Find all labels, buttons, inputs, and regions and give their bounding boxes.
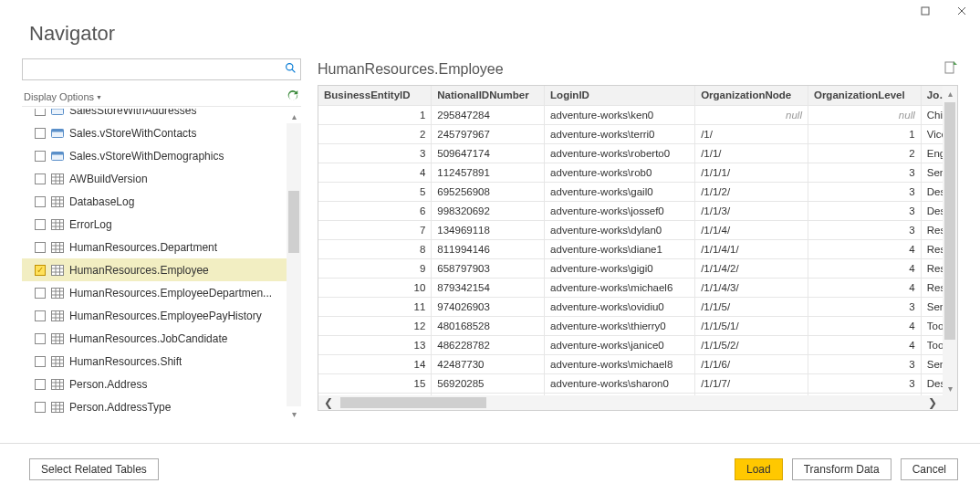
tree-item-label: HumanResources.EmployeePayHistory (69, 310, 262, 322)
tree-scrollbar[interactable]: ▴ ▾ (287, 109, 301, 421)
checkbox[interactable] (35, 151, 46, 162)
table-cell: 4 (808, 335, 921, 354)
table-row[interactable]: 13486228782adventure-works\janice0/1/1/5… (318, 335, 957, 354)
search-icon[interactable] (285, 62, 297, 77)
table-cell: 3 (808, 297, 921, 316)
grid-horizontal-scrollbar[interactable]: ❮ ❯ (318, 395, 943, 410)
table-cell: 998320692 (432, 201, 545, 220)
table-cell: adventure-works\michael8 (545, 354, 695, 373)
svg-line-4 (292, 69, 295, 72)
table-cell: 3 (808, 163, 921, 182)
table-row[interactable]: 3509647174adventure-works\roberto0/1/1/2… (318, 143, 957, 163)
tree-item[interactable]: DatabaseLog (22, 190, 301, 213)
tree-item[interactable]: Sales.vStoreWithContacts (22, 121, 301, 144)
column-header[interactable]: OrganizationLevel (808, 86, 921, 105)
table-cell: null (695, 105, 808, 124)
scroll-down-icon[interactable]: ▾ (943, 381, 957, 395)
cancel-button[interactable]: Cancel (901, 458, 958, 480)
checkbox[interactable] (35, 402, 46, 413)
tree-item[interactable]: HumanResources.Department (22, 236, 301, 258)
table-row[interactable]: 9658797903adventure-works\gigi0/1/1/4/2/… (318, 258, 957, 278)
tree-item[interactable]: ErrorLog (22, 213, 301, 236)
table-cell: 12 (318, 316, 432, 335)
table-row[interactable]: 8811994146adventure-works\diane1/1/1/4/1… (318, 239, 957, 258)
table-row[interactable]: 1556920285adventure-works\sharon0/1/1/7/… (318, 373, 957, 393)
checkbox[interactable] (35, 333, 46, 344)
checkbox[interactable] (35, 379, 46, 390)
svg-rect-61 (52, 402, 64, 412)
table-cell: 8 (318, 239, 432, 258)
table-row[interactable]: 5695256908adventure-works\gail0/1/1/2/3D… (318, 182, 957, 201)
checkbox[interactable] (35, 109, 46, 116)
tree-item[interactable]: HumanResources.EmployeePayHistory (22, 304, 301, 327)
search-input-wrap[interactable] (22, 58, 301, 80)
scroll-left-icon[interactable]: ❮ (318, 395, 339, 410)
table-icon (51, 310, 64, 321)
grid-vertical-scrollbar[interactable]: ▴ ▾ (943, 86, 957, 395)
scroll-down-icon[interactable]: ▾ (287, 406, 301, 421)
search-input[interactable] (28, 63, 285, 76)
table-row[interactable]: 10879342154adventure-works\michael6/1/1/… (318, 278, 957, 297)
tree-item-label: HumanResources.JobCandidate (69, 332, 227, 345)
scroll-up-icon[interactable]: ▴ (943, 86, 957, 100)
transform-data-button[interactable]: Transform Data (792, 458, 891, 480)
tree-item[interactable]: Person.Address (22, 373, 301, 395)
display-options-button[interactable]: Display Options▼ (24, 91, 102, 102)
checkbox[interactable] (35, 356, 46, 367)
table-row[interactable]: 11974026903adventure-works\ovidiu0/1/1/5… (318, 297, 957, 316)
checkbox[interactable] (35, 288, 46, 299)
tree-item[interactable]: HumanResources.Shift (22, 350, 301, 373)
table-cell: 811994146 (432, 239, 545, 258)
checkbox[interactable] (35, 242, 46, 253)
table-cell: adventure-works\roberto0 (545, 143, 695, 163)
scroll-right-icon[interactable]: ❯ (923, 395, 943, 410)
table-row[interactable]: 7134969118adventure-works\dylan0/1/1/4/3… (318, 220, 957, 239)
table-cell: 2 (808, 143, 921, 163)
table-cell: adventure-works\ken0 (545, 105, 695, 124)
tree-item[interactable]: ✓HumanResources.Employee (22, 258, 301, 281)
object-tree: SalesStoreWithAddressesSales.vStoreWithC… (22, 109, 301, 418)
column-header[interactable]: NationalIDNumber (432, 86, 545, 105)
table-row[interactable]: 12480168528adventure-works\thierry0/1/1/… (318, 316, 957, 335)
select-related-tables-button[interactable]: Select Related Tables (29, 458, 159, 480)
tree-item[interactable]: HumanResources.EmployeeDepartmen... (22, 281, 301, 304)
checkbox[interactable]: ✓ (35, 265, 46, 276)
data-grid: BusinessEntityIDNationalIDNumberLoginIDO… (318, 86, 957, 411)
table-icon (51, 356, 64, 367)
table-cell: adventure-works\ovidiu0 (545, 297, 695, 316)
tree-item[interactable]: Person.AddressType (22, 395, 301, 418)
checkbox[interactable] (35, 310, 46, 321)
tree-item[interactable]: AWBuildVersion (22, 167, 301, 190)
tree-item[interactable]: SalesStoreWithAddresses (22, 109, 301, 121)
table-row[interactable]: 4112457891adventure-works\rob0/1/1/1/3Se… (318, 163, 957, 182)
view-icon (51, 128, 64, 139)
table-cell: /1/1/5/2/ (695, 335, 808, 354)
window-maximize-button[interactable] (907, 0, 944, 22)
table-cell: adventure-works\rob0 (545, 163, 695, 182)
window-close-button[interactable] (944, 0, 980, 22)
tree-item[interactable]: Sales.vStoreWithDemographics (22, 144, 301, 167)
scroll-corner (943, 395, 957, 410)
checkbox[interactable] (35, 128, 46, 139)
scroll-up-icon[interactable]: ▴ (287, 109, 301, 123)
svg-rect-31 (52, 265, 64, 275)
checkbox[interactable] (35, 196, 46, 207)
table-cell: adventure-works\michael6 (545, 278, 695, 297)
table-icon (51, 265, 64, 276)
column-header[interactable]: BusinessEntityID (318, 86, 432, 105)
checkbox[interactable] (35, 173, 46, 184)
table-cell: /1/1/5/1/ (695, 316, 808, 335)
export-icon[interactable] (944, 60, 958, 78)
column-header[interactable]: OrganizationNode (695, 86, 808, 105)
column-header[interactable]: LoginID (545, 86, 695, 105)
table-row[interactable]: 2245797967adventure-works\terri0/1/1Vice (318, 124, 957, 143)
refresh-icon[interactable] (287, 89, 299, 104)
checkbox[interactable] (35, 219, 46, 230)
load-button[interactable]: Load (735, 458, 783, 480)
svg-rect-5 (52, 109, 64, 114)
table-row[interactable]: 6998320692adventure-works\jossef0/1/1/3/… (318, 201, 957, 220)
page-title: Navigator (0, 0, 980, 58)
table-row[interactable]: 1295847284adventure-works\ken0nullnullCh… (318, 105, 957, 124)
tree-item[interactable]: HumanResources.JobCandidate (22, 327, 301, 350)
table-row[interactable]: 1442487730adventure-works\michael8/1/1/6… (318, 354, 957, 373)
